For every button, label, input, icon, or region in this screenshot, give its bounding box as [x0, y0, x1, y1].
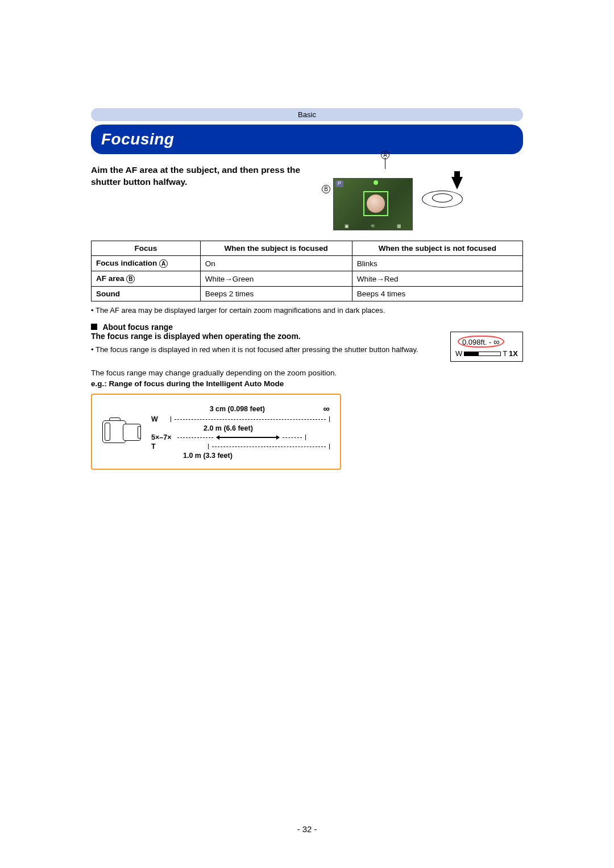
table-row: AF area B White→Green White→Red — [92, 271, 523, 287]
square-bullet-icon — [91, 324, 97, 330]
section-title-band: Focusing — [91, 125, 523, 154]
cell-text: White→Green — [200, 271, 352, 287]
osd-icon: ▦ — [397, 224, 401, 229]
zoom-mid-label: 5×–7× — [151, 433, 174, 441]
focus-indicator-dot-icon — [374, 180, 378, 185]
sub-heading-text: About focus range — [102, 323, 173, 332]
table-header: When the subject is not focused — [352, 241, 522, 256]
cell-text: White→Red — [352, 271, 522, 287]
mode-p-badge: P — [335, 180, 343, 187]
cell-text: Blinks — [352, 256, 522, 271]
callout-a-icon: A — [159, 259, 168, 268]
zoom-mag: 1X — [509, 349, 518, 358]
table-header: Focus — [92, 241, 201, 256]
zoom-value: 0.098ft. - — [462, 338, 491, 346]
cell-text: On — [200, 256, 352, 271]
page-number: - 32 - — [0, 824, 614, 834]
cell-text: AF area — [96, 274, 126, 283]
sample-photo: P ▣ ⟲ ▦ — [333, 178, 413, 230]
table-header: When the subject is focused — [200, 241, 352, 256]
callout-b-icon: B — [126, 275, 135, 283]
shutter-half-press-icon — [422, 177, 463, 210]
page-title: Focusing — [101, 130, 513, 148]
af-area-box — [363, 191, 388, 216]
lead-text: Aim the AF area at the subject, and then… — [91, 164, 307, 188]
note-text: The focus range is displayed in red when… — [91, 345, 440, 354]
sub-heading: About focus range — [91, 323, 523, 332]
dist-2m: 2.0 m (6.6 feet) — [204, 424, 253, 432]
callout-b-icon: B — [322, 185, 330, 193]
dist-3cm: 3 cm (0.098 feet) — [210, 405, 265, 413]
zoom-sub: The focus range is displayed when operat… — [91, 332, 440, 341]
cell-text: Beeps 2 times — [200, 287, 352, 301]
viewfinder-figure: A B P ▣ ⟲ ▦ — [317, 164, 463, 230]
zoom-t-label: T — [151, 443, 167, 450]
infinity-icon: ∞ — [493, 337, 500, 346]
cell-text: Beeps 4 times — [352, 287, 522, 301]
cell-text: Focus indication — [96, 259, 159, 267]
zoom-t-label: T — [503, 349, 507, 358]
callout-a-line — [385, 158, 385, 169]
table-row: Sound Beeps 2 times Beeps 4 times — [92, 287, 523, 301]
breadcrumb: Basic — [91, 108, 523, 121]
table-row: Focus indication A On Blinks — [92, 256, 523, 271]
cell-text: Sound — [92, 287, 201, 301]
body-text: The focus range may change gradually dep… — [91, 369, 523, 377]
camera-icon — [102, 416, 142, 448]
zoom-w-label: W — [151, 415, 167, 423]
osd-icon: ▣ — [345, 224, 349, 229]
zoom-indicator: 0.098ft. - ∞ W T 1X — [450, 332, 523, 362]
dist-1m: 1.0 m (3.3 feet) — [183, 452, 233, 460]
focus-range-diagram: 3 cm (0.098 feet) ∞ W 2.0 m (6.6 feet) 5… — [91, 394, 341, 470]
focus-table: Focus When the subject is focused When t… — [91, 241, 523, 301]
note-text: The AF area may be displayed larger for … — [91, 306, 523, 315]
body-text-bold: e.g.: Range of focus during the Intellig… — [91, 379, 523, 388]
infinity-icon: ∞ — [323, 404, 330, 414]
zoom-w-label: W — [455, 349, 462, 358]
osd-icon: ⟲ — [371, 224, 375, 229]
